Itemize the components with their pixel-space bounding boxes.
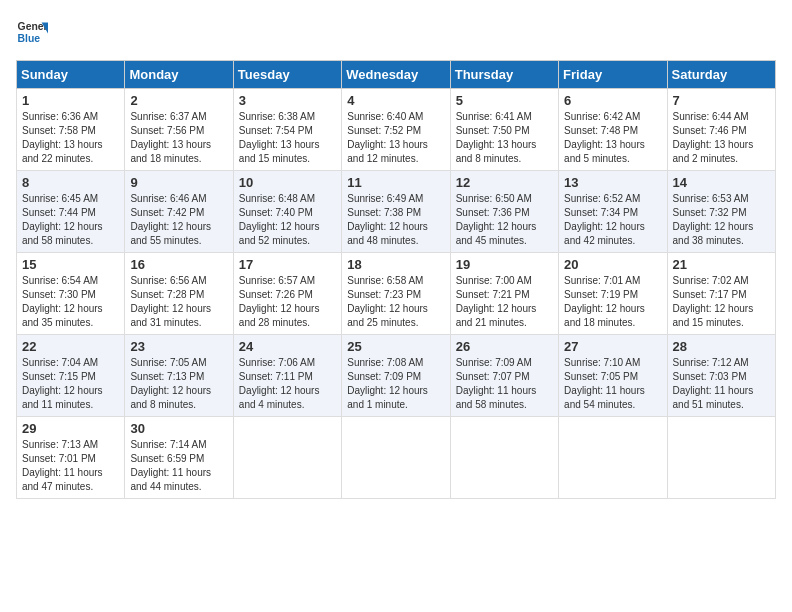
day-number: 12 — [456, 175, 553, 190]
col-header-tuesday: Tuesday — [233, 61, 341, 89]
day-number: 18 — [347, 257, 444, 272]
day-info: Sunrise: 7:00 AM Sunset: 7:21 PM Dayligh… — [456, 274, 553, 330]
day-number: 10 — [239, 175, 336, 190]
calendar-cell: 13 Sunrise: 6:52 AM Sunset: 7:34 PM Dayl… — [559, 171, 667, 253]
col-header-saturday: Saturday — [667, 61, 775, 89]
calendar-cell: 14 Sunrise: 6:53 AM Sunset: 7:32 PM Dayl… — [667, 171, 775, 253]
calendar-cell: 24 Sunrise: 7:06 AM Sunset: 7:11 PM Dayl… — [233, 335, 341, 417]
day-number: 22 — [22, 339, 119, 354]
calendar-cell: 30 Sunrise: 7:14 AM Sunset: 6:59 PM Dayl… — [125, 417, 233, 499]
calendar-cell: 18 Sunrise: 6:58 AM Sunset: 7:23 PM Dayl… — [342, 253, 450, 335]
day-number: 15 — [22, 257, 119, 272]
calendar-cell: 12 Sunrise: 6:50 AM Sunset: 7:36 PM Dayl… — [450, 171, 558, 253]
day-info: Sunrise: 7:08 AM Sunset: 7:09 PM Dayligh… — [347, 356, 444, 412]
day-info: Sunrise: 6:38 AM Sunset: 7:54 PM Dayligh… — [239, 110, 336, 166]
day-info: Sunrise: 6:44 AM Sunset: 7:46 PM Dayligh… — [673, 110, 770, 166]
day-info: Sunrise: 7:05 AM Sunset: 7:13 PM Dayligh… — [130, 356, 227, 412]
day-info: Sunrise: 6:42 AM Sunset: 7:48 PM Dayligh… — [564, 110, 661, 166]
calendar-cell: 5 Sunrise: 6:41 AM Sunset: 7:50 PM Dayli… — [450, 89, 558, 171]
day-info: Sunrise: 7:02 AM Sunset: 7:17 PM Dayligh… — [673, 274, 770, 330]
day-info: Sunrise: 6:57 AM Sunset: 7:26 PM Dayligh… — [239, 274, 336, 330]
calendar-cell: 7 Sunrise: 6:44 AM Sunset: 7:46 PM Dayli… — [667, 89, 775, 171]
day-info: Sunrise: 6:56 AM Sunset: 7:28 PM Dayligh… — [130, 274, 227, 330]
calendar-cell: 26 Sunrise: 7:09 AM Sunset: 7:07 PM Dayl… — [450, 335, 558, 417]
calendar-cell: 6 Sunrise: 6:42 AM Sunset: 7:48 PM Dayli… — [559, 89, 667, 171]
day-info: Sunrise: 6:50 AM Sunset: 7:36 PM Dayligh… — [456, 192, 553, 248]
col-header-wednesday: Wednesday — [342, 61, 450, 89]
day-number: 27 — [564, 339, 661, 354]
day-number: 1 — [22, 93, 119, 108]
day-number: 7 — [673, 93, 770, 108]
day-number: 29 — [22, 421, 119, 436]
day-info: Sunrise: 6:52 AM Sunset: 7:34 PM Dayligh… — [564, 192, 661, 248]
calendar-cell: 22 Sunrise: 7:04 AM Sunset: 7:15 PM Dayl… — [17, 335, 125, 417]
calendar-cell: 8 Sunrise: 6:45 AM Sunset: 7:44 PM Dayli… — [17, 171, 125, 253]
day-number: 4 — [347, 93, 444, 108]
calendar-cell — [342, 417, 450, 499]
day-info: Sunrise: 7:13 AM Sunset: 7:01 PM Dayligh… — [22, 438, 119, 494]
calendar-cell: 23 Sunrise: 7:05 AM Sunset: 7:13 PM Dayl… — [125, 335, 233, 417]
calendar-cell: 2 Sunrise: 6:37 AM Sunset: 7:56 PM Dayli… — [125, 89, 233, 171]
day-number: 14 — [673, 175, 770, 190]
calendar-cell: 11 Sunrise: 6:49 AM Sunset: 7:38 PM Dayl… — [342, 171, 450, 253]
day-info: Sunrise: 7:14 AM Sunset: 6:59 PM Dayligh… — [130, 438, 227, 494]
calendar-cell: 28 Sunrise: 7:12 AM Sunset: 7:03 PM Dayl… — [667, 335, 775, 417]
day-info: Sunrise: 6:58 AM Sunset: 7:23 PM Dayligh… — [347, 274, 444, 330]
day-number: 25 — [347, 339, 444, 354]
day-number: 21 — [673, 257, 770, 272]
day-number: 17 — [239, 257, 336, 272]
day-info: Sunrise: 6:37 AM Sunset: 7:56 PM Dayligh… — [130, 110, 227, 166]
calendar-cell: 27 Sunrise: 7:10 AM Sunset: 7:05 PM Dayl… — [559, 335, 667, 417]
calendar-cell: 19 Sunrise: 7:00 AM Sunset: 7:21 PM Dayl… — [450, 253, 558, 335]
calendar-cell: 20 Sunrise: 7:01 AM Sunset: 7:19 PM Dayl… — [559, 253, 667, 335]
day-info: Sunrise: 6:53 AM Sunset: 7:32 PM Dayligh… — [673, 192, 770, 248]
svg-text:Blue: Blue — [18, 33, 41, 44]
day-info: Sunrise: 6:36 AM Sunset: 7:58 PM Dayligh… — [22, 110, 119, 166]
calendar-cell: 17 Sunrise: 6:57 AM Sunset: 7:26 PM Dayl… — [233, 253, 341, 335]
col-header-sunday: Sunday — [17, 61, 125, 89]
calendar-cell: 3 Sunrise: 6:38 AM Sunset: 7:54 PM Dayli… — [233, 89, 341, 171]
day-number: 30 — [130, 421, 227, 436]
col-header-friday: Friday — [559, 61, 667, 89]
day-info: Sunrise: 6:48 AM Sunset: 7:40 PM Dayligh… — [239, 192, 336, 248]
calendar-cell: 29 Sunrise: 7:13 AM Sunset: 7:01 PM Dayl… — [17, 417, 125, 499]
day-number: 6 — [564, 93, 661, 108]
day-info: Sunrise: 6:54 AM Sunset: 7:30 PM Dayligh… — [22, 274, 119, 330]
col-header-thursday: Thursday — [450, 61, 558, 89]
page-header: General Blue — [16, 16, 776, 48]
calendar-cell: 25 Sunrise: 7:08 AM Sunset: 7:09 PM Dayl… — [342, 335, 450, 417]
day-number: 16 — [130, 257, 227, 272]
day-number: 26 — [456, 339, 553, 354]
calendar-cell: 4 Sunrise: 6:40 AM Sunset: 7:52 PM Dayli… — [342, 89, 450, 171]
day-number: 9 — [130, 175, 227, 190]
day-info: Sunrise: 7:01 AM Sunset: 7:19 PM Dayligh… — [564, 274, 661, 330]
day-number: 2 — [130, 93, 227, 108]
calendar-cell — [450, 417, 558, 499]
day-info: Sunrise: 6:45 AM Sunset: 7:44 PM Dayligh… — [22, 192, 119, 248]
day-number: 13 — [564, 175, 661, 190]
day-info: Sunrise: 6:41 AM Sunset: 7:50 PM Dayligh… — [456, 110, 553, 166]
day-number: 19 — [456, 257, 553, 272]
calendar-table: SundayMondayTuesdayWednesdayThursdayFrid… — [16, 60, 776, 499]
day-info: Sunrise: 6:49 AM Sunset: 7:38 PM Dayligh… — [347, 192, 444, 248]
calendar-cell — [667, 417, 775, 499]
logo: General Blue — [16, 16, 48, 48]
calendar-cell: 15 Sunrise: 6:54 AM Sunset: 7:30 PM Dayl… — [17, 253, 125, 335]
day-number: 5 — [456, 93, 553, 108]
calendar-cell: 10 Sunrise: 6:48 AM Sunset: 7:40 PM Dayl… — [233, 171, 341, 253]
day-number: 8 — [22, 175, 119, 190]
logo-icon: General Blue — [16, 16, 48, 48]
calendar-cell — [559, 417, 667, 499]
day-number: 11 — [347, 175, 444, 190]
day-number: 3 — [239, 93, 336, 108]
day-info: Sunrise: 7:04 AM Sunset: 7:15 PM Dayligh… — [22, 356, 119, 412]
day-info: Sunrise: 7:12 AM Sunset: 7:03 PM Dayligh… — [673, 356, 770, 412]
day-number: 20 — [564, 257, 661, 272]
calendar-cell — [233, 417, 341, 499]
calendar-cell: 21 Sunrise: 7:02 AM Sunset: 7:17 PM Dayl… — [667, 253, 775, 335]
day-number: 28 — [673, 339, 770, 354]
day-number: 24 — [239, 339, 336, 354]
calendar-cell: 16 Sunrise: 6:56 AM Sunset: 7:28 PM Dayl… — [125, 253, 233, 335]
day-info: Sunrise: 6:46 AM Sunset: 7:42 PM Dayligh… — [130, 192, 227, 248]
calendar-cell: 1 Sunrise: 6:36 AM Sunset: 7:58 PM Dayli… — [17, 89, 125, 171]
